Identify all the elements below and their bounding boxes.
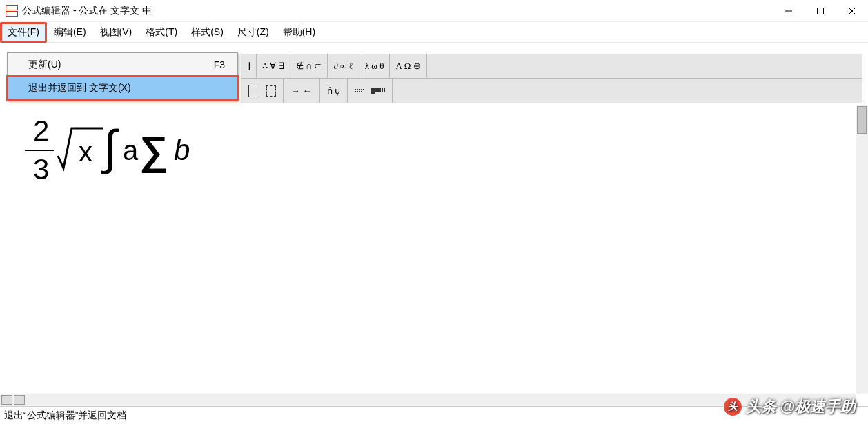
- minimize-button[interactable]: [773, 0, 805, 22]
- template-box-icon: [248, 85, 259, 97]
- scrollbar-thumb[interactable]: [857, 106, 867, 134]
- scroll-right-button[interactable]: [14, 395, 25, 405]
- scroll-left-button[interactable]: [1, 395, 12, 405]
- watermark: 头 头条 @极速手助: [724, 396, 856, 417]
- menu-view[interactable]: 视图(V): [93, 22, 139, 43]
- toolbar-group-greek-lower[interactable]: λ ω θ: [359, 54, 391, 78]
- matrix-4x4-icon: [371, 88, 385, 94]
- dropdown-item-label: 退出并返回到 文字文(X): [28, 82, 131, 94]
- radicand: x: [79, 137, 92, 167]
- menu-bar: 文件(F) 编辑(E) 视图(V) 格式(T) 样式(S) 尺寸(Z) 帮助(H…: [0, 22, 868, 43]
- app-icon: [6, 5, 18, 17]
- watermark-logo: 头: [724, 398, 742, 416]
- toolbar-group-matrix[interactable]: [348, 79, 393, 103]
- window-title: 公式编辑器 - 公式在 文字文 中: [22, 5, 152, 17]
- toolbar-group-edge[interactable]: ⌋: [241, 54, 257, 78]
- window-controls: [773, 0, 868, 22]
- toolbar-group-greek-upper[interactable]: Λ Ω ⊕: [390, 54, 426, 78]
- accents-icon: ṅ ụ: [327, 85, 340, 97]
- equation-canvas[interactable]: 2 3 x ∫ a ∑ b: [3, 105, 862, 394]
- title-bar: 公式编辑器 - 公式在 文字文 中: [0, 0, 868, 22]
- menu-edit[interactable]: 编辑(E): [47, 22, 93, 43]
- svg-rect-1: [818, 8, 824, 14]
- integral-sign: ∫: [101, 121, 119, 174]
- watermark-handle: @极速手助: [780, 396, 856, 417]
- menu-help[interactable]: 帮助(H): [276, 22, 322, 43]
- template-dashed-box-icon: [266, 85, 276, 97]
- toolbar-row-2: → ← ṅ ụ: [241, 79, 862, 103]
- watermark-brand: 头条: [746, 396, 776, 417]
- maximize-button[interactable]: [805, 0, 836, 22]
- menu-size[interactable]: 尺寸(Z): [230, 22, 276, 43]
- sum-term: b: [174, 134, 190, 166]
- fraction-numerator: 2: [33, 114, 49, 147]
- menu-style[interactable]: 样式(S): [184, 22, 230, 43]
- dropdown-item-label: 更新(U): [28, 59, 61, 71]
- menu-format[interactable]: 格式(T): [139, 22, 184, 43]
- toolbar-group-accents[interactable]: ṅ ụ: [320, 79, 348, 103]
- sigma-sign: ∑: [139, 128, 168, 173]
- symbol-toolbars: ⌋ ∴ ∀ ∃ ∉ ∩ ⊂ ∂ ∞ ℓ λ ω θ Λ Ω ⊕ → ← ṅ ụ: [241, 54, 862, 103]
- vertical-scrollbar[interactable]: [856, 105, 868, 394]
- status-text: 退出“公式编辑器”并返回文档: [4, 410, 126, 422]
- toolbar-group-calc[interactable]: ∂ ∞ ℓ: [328, 54, 359, 78]
- formula-display: 2 3 x ∫ a ∑ b: [3, 105, 853, 200]
- dropdown-item-shortcut: F3: [214, 59, 225, 70]
- fraction-denominator: 3: [33, 153, 49, 185]
- toolbar-group-template-1[interactable]: [241, 79, 284, 103]
- close-button[interactable]: [836, 0, 868, 22]
- toolbar-group-arrows[interactable]: → ←: [284, 79, 320, 103]
- file-dropdown: 更新(U) F3 退出并返回到 文字文(X): [7, 52, 238, 101]
- dropdown-item-update[interactable]: 更新(U) F3: [8, 53, 237, 77]
- toolbar-row-1: ⌋ ∴ ∀ ∃ ∉ ∩ ⊂ ∂ ∞ ℓ λ ω θ Λ Ω ⊕: [241, 54, 862, 79]
- toolbar-group-set[interactable]: ∉ ∩ ⊂: [290, 54, 328, 78]
- menu-file[interactable]: 文件(F): [0, 22, 47, 43]
- matrix-3x3-icon: [355, 89, 364, 92]
- integral-term: a: [123, 135, 139, 165]
- dropdown-item-exit-return[interactable]: 退出并返回到 文字文(X): [8, 77, 237, 100]
- toolbar-group-logic[interactable]: ∴ ∀ ∃: [257, 54, 290, 78]
- arrows-icon: → ←: [290, 85, 313, 97]
